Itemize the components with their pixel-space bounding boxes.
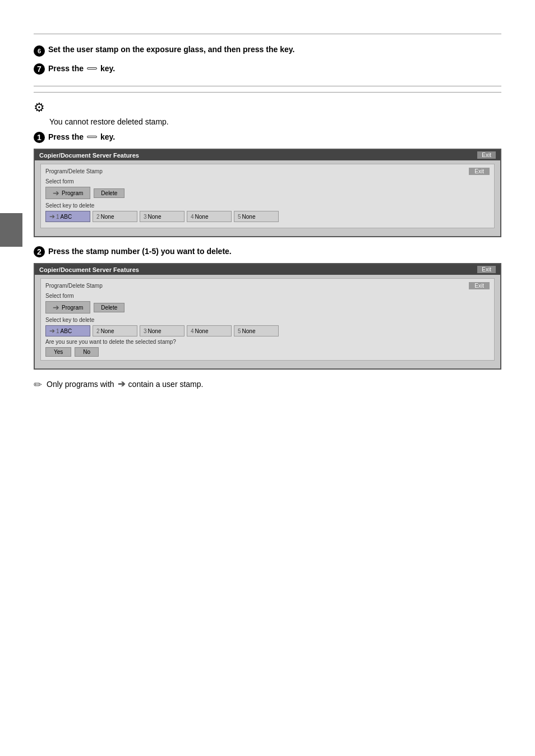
ui-panel-1: Copier/Document Server Features Exit Pro…: [34, 149, 501, 237]
stamp-5-label: None: [242, 214, 256, 220]
stamp-2-num: 2: [96, 214, 100, 220]
stamp2-2-num: 2: [96, 328, 100, 334]
ui-panel-1-exit-top[interactable]: Exit: [477, 151, 496, 159]
stamp-item-4[interactable]: 4 None: [187, 211, 232, 222]
stamp2-2-label: None: [101, 328, 114, 334]
ui-panel-1-subbar-title: Program/Delete Stamp: [45, 168, 103, 174]
sidebar-tab: [0, 213, 22, 247]
ui-panel-2-inner: Program/Delete Stamp Exit Select form ➔ …: [40, 278, 495, 361]
ui-panel-2-confirm-btns: Yes No: [45, 347, 490, 357]
stamp2-1-arrow-icon: ➔: [49, 327, 55, 335]
step-1-key: [87, 136, 97, 138]
step-1: 1 Press the key.: [34, 131, 501, 143]
section-7-text1: Press the: [48, 64, 84, 73]
ui-panel-1-btn-row: ➔ Program Delete: [45, 187, 490, 199]
ui-panel-1-stamp-grid: ➔ 1 ABC 2 None 3 None 4 None: [45, 211, 490, 222]
program-arrow-icon: ➔: [53, 188, 59, 197]
ui-panel-2-select-delete: Select key to delete: [45, 317, 490, 323]
ui-panel-1-program-btn[interactable]: ➔ Program: [45, 187, 90, 199]
ui-panel-1-select-form: Select form: [45, 178, 490, 185]
ui-panel-2-title: Copier/Document Server Features: [39, 266, 139, 273]
ui-panel-2-body: Program/Delete Stamp Exit Select form ➔ …: [35, 275, 500, 368]
section-7: 7 Press the key.: [34, 62, 501, 75]
note-text-before: Only programs with: [47, 379, 114, 390]
stamp2-3-num: 3: [144, 328, 147, 334]
lower-divider: [34, 92, 501, 93]
program-btn-label: Program: [62, 190, 83, 196]
stamp-3-num: 3: [144, 214, 147, 220]
ui-panel-1-exit-btn[interactable]: Exit: [469, 168, 490, 175]
warning-section: ⚙ You cannot restore deleted stamp.: [34, 100, 501, 126]
bullet-6: 6: [34, 45, 45, 57]
stamp-3-label: None: [148, 214, 162, 220]
stamp2-5-label: None: [242, 328, 256, 334]
stamp2-5-num: 5: [238, 328, 241, 334]
bullet-7: 7: [34, 63, 45, 75]
section-7-key: [87, 67, 97, 70]
stamp-item-2[interactable]: 2 None: [93, 211, 137, 222]
ui-panel-1-titlebar: Copier/Document Server Features Exit: [35, 150, 500, 160]
stamp2-item-3[interactable]: 3 None: [140, 325, 185, 336]
stamp-5-num: 5: [238, 214, 241, 220]
ui-panel-2-exit-top[interactable]: Exit: [477, 266, 496, 273]
stamp2-1-label: ABC: [61, 328, 72, 334]
ui-panel-1-subbar: Program/Delete Stamp Exit: [45, 168, 490, 175]
step-1-bullet: 1: [34, 132, 45, 143]
ui-panel-2-yes-btn[interactable]: Yes: [45, 347, 71, 357]
ui-panel-1-select-delete: Select key to delete: [45, 202, 490, 209]
step-2-text: Press the stamp number (1-5) you want to…: [48, 247, 232, 256]
section-7-key-label: key.: [100, 64, 115, 73]
stamp-4-label: None: [195, 214, 209, 220]
stamp-4-num: 4: [191, 214, 194, 220]
stamp2-4-label: None: [195, 328, 209, 334]
stamp-1-label: ABC: [61, 214, 72, 220]
stamp-1-arrow-icon: ➔: [49, 213, 55, 220]
mid-divider: [34, 86, 501, 86]
step-1-text: Press the: [48, 132, 84, 141]
ui-panel-2-titlebar: Copier/Document Server Features Exit: [35, 264, 500, 275]
stamp2-1-num: 1: [56, 328, 59, 334]
ui-panel-2-subbar: Program/Delete Stamp Exit: [45, 282, 490, 289]
ui-panel-1-delete-btn[interactable]: Delete: [94, 188, 124, 198]
section-6-text: Set the user stamp on the exposure glass…: [48, 44, 294, 56]
note-text-after: contain a user stamp.: [128, 379, 204, 390]
stamp2-item-1[interactable]: ➔ 1 ABC: [45, 325, 90, 336]
ui-panel-1-inner: Program/Delete Stamp Exit Select form ➔ …: [40, 164, 495, 228]
ui-panel-2-stamp-grid: ➔ 1 ABC 2 None 3 None 4 None: [45, 325, 490, 336]
ui-panel-2-subbar-title: Program/Delete Stamp: [45, 283, 103, 289]
step-1-key-label: key.: [100, 132, 115, 141]
note-section: ✏ Only programs with ➔ contain a user st…: [34, 377, 501, 391]
ui-panel-2-btn-row: ➔ Program Delete: [45, 301, 490, 314]
stamp-2-label: None: [101, 214, 114, 220]
ui-panel-2-select-form: Select form: [45, 293, 490, 299]
stamp-1-num: 1: [56, 214, 59, 220]
ui-panel-1-body: Program/Delete Stamp Exit Select form ➔ …: [35, 160, 500, 236]
program2-btn-label: Program: [62, 305, 83, 311]
program2-arrow-icon: ➔: [53, 303, 59, 312]
stamp2-item-2[interactable]: 2 None: [93, 325, 137, 336]
ui-panel-2-no-btn[interactable]: No: [75, 347, 99, 357]
warning-text: You cannot restore deleted stamp.: [49, 117, 501, 126]
stamp2-4-num: 4: [191, 328, 194, 334]
stamp2-3-label: None: [148, 328, 162, 334]
stamp-item-5[interactable]: 5 None: [234, 211, 279, 222]
note-arrow-icon: ➔: [118, 377, 125, 391]
ui-panel-2-exit-btn[interactable]: Exit: [469, 282, 490, 289]
step-2-bullet: 2: [34, 246, 45, 257]
top-divider: [34, 34, 501, 34]
note-pencil-icon: ✏: [34, 379, 42, 391]
ui-panel-2-delete-btn[interactable]: Delete: [94, 303, 124, 312]
stamp-item-1[interactable]: ➔ 1 ABC: [45, 211, 90, 222]
stamp2-item-5[interactable]: 5 None: [234, 325, 279, 336]
section-6: 6 Set the user stamp on the exposure gla…: [34, 44, 501, 57]
step-2: 2 Press the stamp number (1-5) you want …: [34, 245, 501, 257]
stamp-item-3[interactable]: 3 None: [140, 211, 185, 222]
note-text: Only programs with ➔ contain a user stam…: [47, 377, 203, 391]
ui-panel-2-program-btn[interactable]: ➔ Program: [45, 301, 90, 314]
warning-icon: ⚙: [34, 100, 501, 115]
ui-panel-2: Copier/Document Server Features Exit Pro…: [34, 263, 501, 370]
ui-panel-2-confirm-text: Are you sure you want to delete the sele…: [45, 339, 490, 345]
stamp2-item-4[interactable]: 4 None: [187, 325, 232, 336]
ui-panel-1-title: Copier/Document Server Features: [39, 152, 139, 159]
